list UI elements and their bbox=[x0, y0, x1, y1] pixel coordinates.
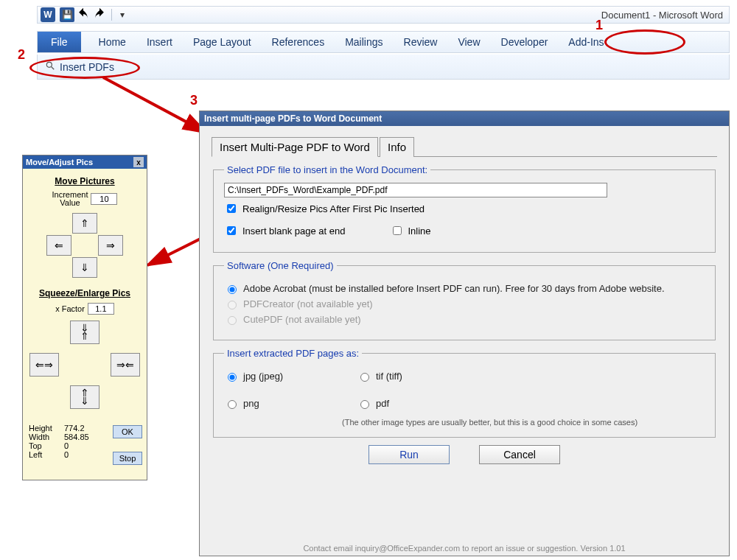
top-value: 0 bbox=[64, 441, 69, 450]
tab-view[interactable]: View bbox=[447, 32, 490, 52]
cancel-button[interactable]: Cancel bbox=[479, 445, 560, 464]
annotation-label-2: 2 bbox=[18, 47, 25, 63]
height-value: 774.2 bbox=[64, 424, 85, 433]
ok-button[interactable]: OK bbox=[113, 425, 142, 438]
title-bar: W 💾 ▾ Document1 - Microsoft Word bbox=[37, 6, 730, 24]
magnifier-icon bbox=[45, 60, 55, 73]
fmt-png-radio[interactable] bbox=[228, 400, 237, 409]
group-select-pdf: Select PDF file to insert in the Word Do… bbox=[213, 164, 716, 253]
dialog-titlebar[interactable]: Insert multi-page PDFs to Word Document bbox=[200, 111, 729, 126]
tab-insert[interactable]: Insert bbox=[136, 32, 183, 52]
move-pictures-heading: Move Pictures bbox=[29, 176, 141, 186]
group-insert-as: Insert extracted PDF pages as: jpg (jpeg… bbox=[213, 348, 716, 438]
picture-stats: Height774.2 Width584.85 Top0 Left0 OK St… bbox=[23, 421, 147, 480]
tab-mailings[interactable]: Mailings bbox=[335, 32, 393, 52]
increment-label: Increment Value bbox=[52, 191, 88, 207]
redo-icon[interactable] bbox=[92, 7, 107, 22]
tab-home[interactable]: Home bbox=[88, 32, 136, 52]
squeeze-horiz-out-button[interactable]: ⇐⇒ bbox=[29, 353, 59, 377]
xfactor-input[interactable] bbox=[88, 303, 114, 315]
fmt-jpg-label: jpg (jpeg) bbox=[243, 371, 283, 382]
move-left-button[interactable]: ⇐ bbox=[46, 235, 71, 256]
tab-page-layout[interactable]: Page Layout bbox=[183, 32, 262, 52]
top-label: Top bbox=[29, 441, 60, 450]
separator bbox=[111, 9, 112, 21]
increment-input[interactable] bbox=[91, 193, 117, 205]
software-cutepdf-label: CutePDF (not available yet) bbox=[243, 314, 361, 325]
left-label: Left bbox=[29, 450, 60, 459]
tab-add-ins[interactable]: Add-Ins bbox=[558, 32, 614, 52]
group-insert-as-label: Insert extracted PDF pages as: bbox=[224, 348, 362, 359]
squeeze-vert-in-button[interactable]: ⇓ ⇑ bbox=[70, 321, 99, 344]
fmt-pdf-label: pdf bbox=[376, 398, 389, 409]
fmt-pdf-radio[interactable] bbox=[360, 400, 369, 409]
width-label: Width bbox=[29, 433, 60, 441]
tab-review[interactable]: Review bbox=[394, 32, 448, 52]
customize-qat-icon[interactable]: ▾ bbox=[115, 7, 130, 22]
software-pdfcreator-label: PDFCreator (not available yet) bbox=[243, 298, 373, 309]
group-software: Software (One Required) Adobe Acrobat (m… bbox=[213, 260, 716, 340]
fmt-png-label: png bbox=[243, 398, 259, 409]
blank-page-checkbox[interactable] bbox=[227, 226, 236, 235]
squeeze-horiz-in-button[interactable]: ⇒⇐ bbox=[111, 353, 140, 377]
svg-line-1 bbox=[52, 67, 55, 70]
undo-icon[interactable] bbox=[76, 7, 91, 22]
move-adjust-title: Move/Adjust Pics bbox=[26, 158, 93, 167]
tab-info[interactable]: Info bbox=[380, 137, 414, 157]
close-icon[interactable]: x bbox=[133, 157, 144, 167]
insert-pdf-dialog: Insert multi-page PDFs to Word Document … bbox=[199, 111, 730, 556]
stop-button[interactable]: Stop bbox=[113, 452, 142, 465]
move-down-button[interactable]: ⇓ bbox=[72, 257, 97, 278]
addins-toolbar: Insert PDFs bbox=[37, 55, 730, 80]
annotation-label-1: 1 bbox=[595, 18, 603, 33]
svg-point-0 bbox=[46, 62, 52, 67]
group-software-label: Software (One Required) bbox=[224, 260, 337, 271]
dialog-button-bar: Run Cancel bbox=[200, 445, 729, 464]
save-icon[interactable]: 💾 bbox=[60, 7, 74, 22]
fmt-tif-radio[interactable] bbox=[360, 373, 369, 382]
group-select-pdf-label: Select PDF file to insert in the Word Do… bbox=[224, 164, 430, 175]
height-label: Height bbox=[29, 424, 60, 433]
document-title: Document1 - Microsoft Word bbox=[601, 10, 726, 21]
move-adjust-panel: Move/Adjust Pics x Move Pictures Increme… bbox=[22, 155, 147, 480]
fmt-jpg-radio[interactable] bbox=[228, 373, 237, 382]
realign-checkbox[interactable] bbox=[227, 204, 236, 213]
inline-checkbox[interactable] bbox=[393, 226, 402, 235]
annotation-label-3: 3 bbox=[190, 93, 198, 108]
width-value: 584.85 bbox=[64, 433, 89, 441]
squeeze-dpad: ⇓ ⇑ ⇑ ⇓ ⇐⇒ ⇒⇐ bbox=[29, 321, 140, 409]
word-logo-icon: W bbox=[41, 7, 55, 22]
dialog-tabs: Insert Multi-Page PDF to Word Info bbox=[212, 136, 717, 157]
move-adjust-titlebar[interactable]: Move/Adjust Pics x bbox=[23, 155, 147, 169]
run-button[interactable]: Run bbox=[368, 445, 450, 464]
ribbon-tabs: File Home Insert Page Layout References … bbox=[37, 31, 730, 53]
tab-insert-multi-page[interactable]: Insert Multi-Page PDF to Word bbox=[212, 137, 378, 157]
fmt-note: (The other image types are usually bette… bbox=[342, 418, 705, 427]
left-value: 0 bbox=[64, 450, 69, 459]
software-adobe-radio[interactable] bbox=[228, 285, 237, 294]
squeeze-vert-out-button[interactable]: ⇑ ⇓ bbox=[70, 385, 99, 409]
fmt-tif-label: tif (tiff) bbox=[376, 371, 402, 382]
move-dpad: ⇑ ⇓ ⇐ ⇒ bbox=[46, 213, 123, 278]
pdf-path-input[interactable] bbox=[224, 183, 607, 197]
software-pdfcreator-radio bbox=[228, 301, 237, 309]
blank-page-label: Insert blank page at end bbox=[242, 225, 346, 237]
squeeze-heading: Squeeze/Enlarge Pics bbox=[29, 288, 141, 298]
tab-file[interactable]: File bbox=[38, 32, 81, 52]
xfactor-label: x Factor bbox=[55, 304, 85, 313]
inline-label: Inline bbox=[408, 225, 431, 237]
realign-label: Realign/Resize Pics After First Pic Inse… bbox=[242, 203, 425, 214]
dialog-title: Insert multi-page PDFs to Word Document bbox=[204, 113, 382, 124]
move-up-button[interactable]: ⇑ bbox=[72, 213, 97, 234]
insert-pdfs-button[interactable]: Insert PDFs bbox=[45, 60, 114, 73]
software-adobe-label: Adobe Acrobat (must be installed before … bbox=[243, 283, 665, 294]
tab-references[interactable]: References bbox=[262, 32, 335, 52]
software-cutepdf-radio bbox=[228, 316, 237, 325]
tab-developer[interactable]: Developer bbox=[491, 32, 559, 52]
insert-pdfs-label: Insert PDFs bbox=[60, 61, 114, 73]
dialog-footer: Contact email inquiry@OfficeExpander.com… bbox=[200, 544, 729, 553]
move-right-button[interactable]: ⇒ bbox=[98, 235, 123, 256]
